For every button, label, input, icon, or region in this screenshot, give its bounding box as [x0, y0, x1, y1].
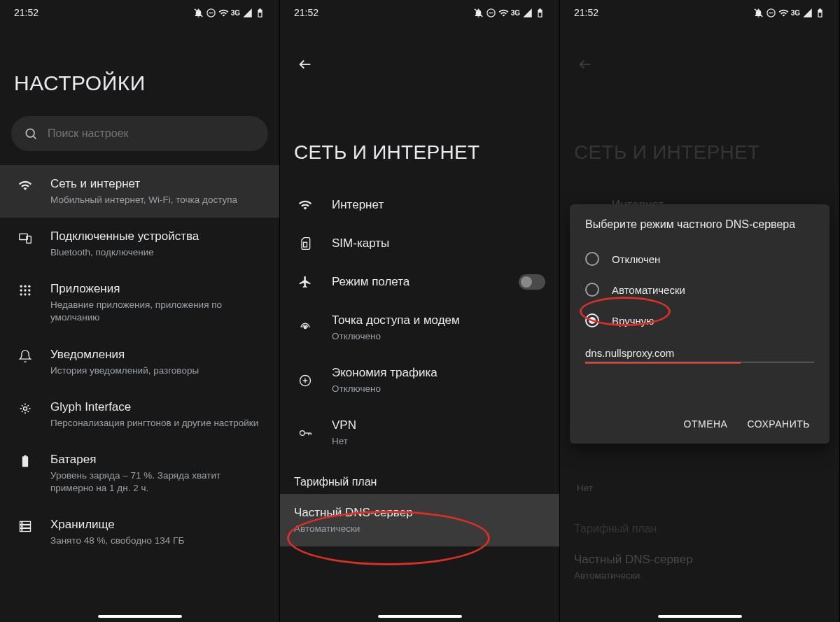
nav-pill[interactable]	[378, 615, 462, 618]
data-saver-icon	[298, 374, 312, 388]
page-title: НАСТРОЙКИ	[0, 22, 279, 116]
dnd-icon	[753, 8, 764, 18]
settings-item-notifications[interactable]: Уведомления История уведомлений, разгово…	[0, 336, 279, 388]
search-bar[interactable]	[11, 116, 268, 151]
hotspot-icon	[298, 320, 312, 334]
item-sub: Мобильный интернет, Wi-Fi, точка доступа	[50, 194, 265, 206]
screen-network: 21:52 3G СЕТЬ И ИНТЕРНЕТ Интернет SIM-ка…	[280, 0, 560, 622]
radio-label: Автоматически	[612, 284, 685, 296]
svg-point-6	[20, 285, 22, 288]
svg-point-15	[24, 407, 27, 410]
item-sub: Bluetooth, подключение	[50, 246, 265, 259]
storage-icon	[18, 519, 32, 533]
dialog-title: Выберите режим частного DNS-сервера	[585, 218, 814, 231]
devices-icon	[18, 231, 32, 245]
cancel-button[interactable]: ОТМЕНА	[684, 418, 728, 430]
item-sub: История уведомлений, разговоры	[50, 365, 265, 377]
item-title: Подключенные устройства	[50, 229, 265, 245]
glyph-icon	[18, 402, 32, 416]
arrow-back-icon	[578, 57, 593, 72]
signal-icon	[522, 8, 533, 18]
do-not-disturb-icon	[766, 8, 776, 18]
radio-option-auto[interactable]: Автоматически	[585, 274, 814, 305]
save-button[interactable]: СОХРАНИТЬ	[747, 418, 810, 430]
arrow-back-icon	[298, 57, 313, 72]
net-item-hotspot[interactable]: Точка доступа и модем Отключено	[280, 302, 559, 354]
screen-settings-root: 21:52 3G НАСТРОЙКИ Сеть и интернет Мобил…	[0, 0, 280, 622]
item-sub: Уровень заряда – 71 %. Заряда хватит при…	[50, 469, 265, 495]
settings-item-network[interactable]: Сеть и интернет Мобильный интернет, Wi-F…	[0, 165, 279, 218]
network-type: 3G	[231, 9, 240, 17]
wifi-icon	[218, 8, 229, 18]
battery-icon	[815, 8, 825, 18]
signal-icon	[802, 8, 813, 18]
svg-point-11	[28, 290, 30, 292]
radio-label: Отключен	[612, 253, 660, 265]
svg-point-20	[22, 526, 22, 527]
settings-item-glyph[interactable]: Glyph Interface Персонализация рингтонов…	[0, 388, 279, 441]
item-title: SIM-карты	[332, 236, 545, 252]
radio-label: Вручную	[612, 315, 654, 327]
item-sub: Занято 48 %, свободно 134 ГБ	[50, 535, 265, 547]
svg-point-14	[28, 293, 30, 295]
svg-point-8	[28, 285, 30, 288]
radio-icon[interactable]	[585, 283, 599, 297]
do-not-disturb-icon	[486, 8, 496, 18]
sim-icon	[298, 236, 312, 250]
battery-icon	[255, 8, 265, 18]
search-input[interactable]	[48, 127, 255, 140]
item-sub: Автоматически	[574, 570, 825, 582]
item-sub: Отключено	[332, 330, 545, 343]
svg-point-30	[300, 430, 305, 435]
net-item-internet[interactable]: Интернет	[280, 186, 559, 225]
signal-icon	[242, 8, 253, 18]
svg-point-19	[22, 523, 22, 523]
settings-item-connected-devices[interactable]: Подключенные устройства Bluetooth, подкл…	[0, 218, 279, 270]
item-sub: Отключено	[332, 383, 545, 395]
battery-icon	[18, 454, 32, 468]
back-button[interactable]	[571, 50, 599, 78]
net-item-vpn-bg: Нет	[560, 469, 839, 506]
net-item-private-dns-bg: Частный DNS-сервер Автоматически	[560, 541, 839, 593]
svg-point-21	[22, 530, 22, 530]
svg-line-3	[34, 136, 36, 139]
svg-point-9	[20, 290, 22, 292]
status-time: 21:52	[14, 7, 38, 18]
dns-hostname-input[interactable]	[585, 343, 814, 362]
settings-item-battery[interactable]: Батарея Уровень заряда – 71 %. Заряда хв…	[0, 441, 279, 506]
dnd-icon	[473, 8, 484, 18]
airplane-toggle[interactable]	[519, 274, 545, 290]
radio-option-off[interactable]: Отключен	[585, 243, 814, 274]
radio-icon[interactable]	[585, 313, 599, 327]
back-button[interactable]	[291, 50, 319, 78]
item-title: Точка доступа и модем	[332, 313, 545, 329]
status-icons: 3G	[473, 8, 545, 18]
item-title: Уведомления	[50, 347, 265, 363]
item-title: Экономия трафика	[332, 365, 545, 381]
wifi-icon	[778, 8, 789, 18]
svg-point-2	[26, 129, 34, 137]
net-item-vpn[interactable]: VPN Нет	[280, 407, 559, 459]
net-item-sim[interactable]: SIM-карты	[280, 225, 559, 263]
svg-point-7	[24, 285, 26, 288]
section-title: СЕТЬ И ИНТЕРНЕТ	[560, 84, 839, 186]
search-icon	[24, 127, 38, 141]
nav-pill[interactable]	[98, 615, 182, 618]
settings-item-storage[interactable]: Хранилище Занято 48 %, свободно 134 ГБ	[0, 506, 279, 558]
nav-pill[interactable]	[658, 615, 742, 618]
svg-point-13	[24, 293, 26, 295]
net-item-datasaver[interactable]: Экономия трафика Отключено	[280, 354, 559, 407]
item-title: Хранилище	[50, 517, 265, 533]
network-type: 3G	[791, 9, 800, 17]
network-type: 3G	[511, 9, 520, 17]
radio-icon[interactable]	[585, 252, 599, 266]
net-item-private-dns[interactable]: Частный DNS-сервер Автоматически	[280, 494, 559, 546]
section-title: СЕТЬ И ИНТЕРНЕТ	[280, 84, 559, 186]
net-item-airplane[interactable]: Режим полета	[280, 263, 559, 302]
status-bar: 21:52 3G	[0, 0, 279, 22]
settings-item-apps[interactable]: Приложения Недавние приложения, приложен…	[0, 270, 279, 335]
radio-option-manual[interactable]: Вручную	[585, 305, 814, 336]
do-not-disturb-icon	[206, 8, 216, 18]
item-title: Батарея	[50, 452, 265, 468]
wifi-icon	[18, 178, 32, 192]
